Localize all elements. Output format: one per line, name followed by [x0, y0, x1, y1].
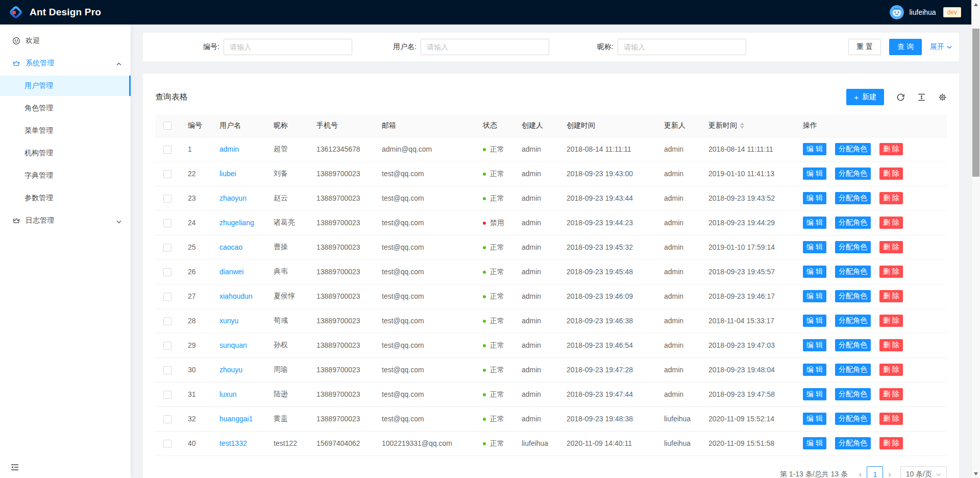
username-link[interactable]: test1332	[219, 439, 247, 447]
delete-button[interactable]: 删 除	[879, 217, 903, 229]
page-size-select[interactable]: 10 条/页	[900, 466, 947, 478]
delete-button[interactable]: 删 除	[879, 192, 903, 204]
assign-role-button[interactable]: 分配角色	[835, 364, 871, 376]
username-link[interactable]: huanggai1	[219, 415, 253, 423]
edit-button[interactable]: 编 辑	[803, 339, 826, 351]
row-checkbox[interactable]	[163, 317, 172, 325]
nickname-input[interactable]	[618, 39, 746, 55]
edit-button[interactable]: 编 辑	[803, 217, 826, 229]
row-checkbox[interactable]	[163, 244, 172, 252]
id-input[interactable]	[224, 39, 352, 55]
expand-link[interactable]: 展开	[930, 42, 952, 52]
row-checkbox[interactable]	[163, 146, 172, 154]
delete-button[interactable]: 删 除	[879, 339, 903, 351]
edit-button[interactable]: 编 辑	[803, 364, 826, 376]
sorter-icon[interactable]	[740, 123, 744, 129]
scrollbar-down-icon[interactable]	[972, 469, 980, 478]
logo-area[interactable]: Ant Design Pro	[8, 5, 101, 20]
edit-button[interactable]: 编 辑	[803, 315, 826, 327]
delete-button[interactable]: 删 除	[879, 364, 903, 376]
username-link[interactable]: luxun	[219, 390, 236, 398]
sidebar-item-org-mgmt[interactable]: 机构管理	[0, 143, 131, 163]
sidebar-item-user-mgmt[interactable]: 用户管理	[0, 76, 131, 96]
sidebar-item-log-mgmt[interactable]: 日志管理	[0, 210, 131, 231]
reset-button[interactable]: 重 置	[848, 39, 881, 55]
row-checkbox[interactable]	[163, 415, 172, 423]
username-link[interactable]: caocao	[219, 243, 242, 251]
edit-button[interactable]: 编 辑	[803, 266, 826, 278]
assign-role-button[interactable]: 分配角色	[835, 192, 871, 204]
username-link[interactable]: zhaoyun	[219, 194, 247, 202]
delete-button[interactable]: 删 除	[879, 241, 903, 253]
sidebar-item-system-mgmt[interactable]: 系统管理	[0, 53, 131, 74]
username-link[interactable]: liubei	[219, 170, 236, 178]
assign-role-button[interactable]: 分配角色	[835, 290, 871, 302]
assign-role-button[interactable]: 分配角色	[835, 168, 871, 180]
scrollbar-up-icon[interactable]	[972, 0, 980, 9]
username-label[interactable]: liufeihua	[909, 8, 936, 16]
pagination-page-button[interactable]: 1	[867, 466, 883, 478]
username-input[interactable]	[421, 39, 549, 55]
assign-role-button[interactable]: 分配角色	[835, 437, 871, 449]
username-link[interactable]: xiahoudun	[219, 292, 253, 300]
username-link[interactable]: zhouyu	[219, 366, 242, 374]
delete-button[interactable]: 删 除	[879, 290, 903, 302]
delete-button[interactable]: 删 除	[879, 413, 903, 425]
settings-gear-icon[interactable]	[938, 93, 947, 102]
delete-button[interactable]: 删 除	[879, 388, 903, 400]
sidebar-item-role-mgmt[interactable]: 角色管理	[0, 98, 131, 118]
delete-button[interactable]: 删 除	[879, 437, 903, 449]
row-checkbox[interactable]	[163, 342, 172, 350]
username-link[interactable]: dianwei	[219, 268, 243, 276]
assign-role-button[interactable]: 分配角色	[835, 143, 871, 155]
row-checkbox[interactable]	[163, 366, 172, 374]
scrollbar-thumb[interactable]	[972, 29, 979, 177]
row-checkbox[interactable]	[163, 219, 172, 227]
pagination-next-icon[interactable]: ›	[885, 470, 894, 478]
select-all-checkbox[interactable]	[163, 122, 172, 130]
assign-role-button[interactable]: 分配角色	[835, 315, 871, 327]
edit-button[interactable]: 编 辑	[803, 168, 826, 180]
username-link[interactable]: sunquan	[219, 341, 247, 349]
reload-icon[interactable]	[896, 93, 905, 102]
row-checkbox[interactable]	[163, 440, 172, 448]
delete-button[interactable]: 删 除	[879, 315, 903, 327]
edit-button[interactable]: 编 辑	[803, 413, 826, 425]
pagination-prev-icon[interactable]: ‹	[856, 470, 865, 478]
username-link[interactable]: admin	[219, 145, 239, 153]
cell-created-time: 2018-09-23 19:45:48	[558, 259, 656, 284]
row-checkbox[interactable]	[163, 293, 172, 301]
assign-role-button[interactable]: 分配角色	[835, 413, 871, 425]
avatar[interactable]	[890, 5, 904, 19]
sidebar-item-menu-mgmt[interactable]: 菜单管理	[0, 121, 131, 141]
delete-button[interactable]: 删 除	[879, 143, 903, 155]
assign-role-button[interactable]: 分配角色	[835, 339, 871, 351]
edit-button[interactable]: 编 辑	[803, 143, 826, 155]
assign-role-button[interactable]: 分配角色	[835, 388, 871, 400]
delete-button[interactable]: 删 除	[879, 266, 903, 278]
density-icon[interactable]	[917, 93, 926, 102]
menu-fold-icon[interactable]	[10, 463, 19, 472]
assign-role-button[interactable]: 分配角色	[835, 266, 871, 278]
edit-button[interactable]: 编 辑	[803, 437, 826, 449]
row-checkbox[interactable]	[163, 195, 172, 203]
row-checkbox[interactable]	[163, 391, 172, 399]
username-link[interactable]: zhugeliang	[219, 219, 254, 227]
sidebar-item-welcome[interactable]: 欢迎	[0, 31, 131, 51]
assign-role-button[interactable]: 分配角色	[835, 217, 871, 229]
assign-role-button[interactable]: 分配角色	[835, 241, 871, 253]
sidebar-item-dict-mgmt[interactable]: 字典管理	[0, 165, 131, 186]
delete-button[interactable]: 删 除	[879, 168, 903, 180]
window-scrollbar[interactable]	[971, 0, 980, 478]
edit-button[interactable]: 编 辑	[803, 290, 826, 302]
sidebar-item-param-mgmt[interactable]: 参数管理	[0, 188, 131, 208]
new-button[interactable]: + 新建	[846, 89, 884, 105]
column-header-updated[interactable]: 更新时间	[700, 114, 795, 137]
edit-button[interactable]: 编 辑	[803, 192, 826, 204]
row-checkbox[interactable]	[163, 268, 172, 276]
query-button[interactable]: 查 询	[889, 39, 922, 55]
username-link[interactable]: xunyu	[219, 317, 238, 325]
row-checkbox[interactable]	[163, 170, 172, 178]
edit-button[interactable]: 编 辑	[803, 388, 826, 400]
edit-button[interactable]: 编 辑	[803, 241, 826, 253]
